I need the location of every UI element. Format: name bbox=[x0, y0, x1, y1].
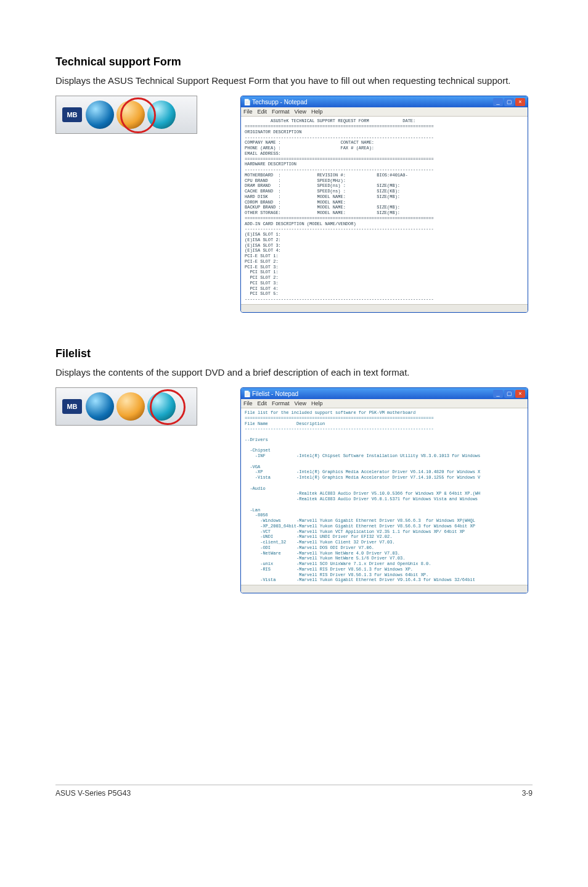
para-filelist: Displays the contents of the support DVD… bbox=[55, 366, 533, 379]
maximize-button[interactable]: ▢ bbox=[504, 98, 514, 106]
dvd-menu-thumbnail: MB bbox=[55, 387, 197, 426]
dvd-menu-thumbnail: MB bbox=[55, 96, 197, 134]
window-title-text: Filelist - Notepad bbox=[252, 390, 298, 397]
scrollbar[interactable] bbox=[241, 585, 528, 593]
menu-help[interactable]: Help bbox=[311, 400, 323, 406]
close-button[interactable]: × bbox=[515, 98, 525, 106]
notepad-icon: 📄 bbox=[243, 390, 250, 397]
maximize-button[interactable]: ▢ bbox=[504, 390, 514, 398]
menu-file[interactable]: File bbox=[243, 400, 253, 406]
menu-view[interactable]: View bbox=[295, 109, 306, 115]
window-menubar: File Edit Format View Help bbox=[241, 107, 528, 117]
menu-edit[interactable]: Edit bbox=[258, 400, 267, 406]
para-tech-support: Displays the ASUS Technical Support Requ… bbox=[55, 75, 533, 87]
folder-icon bbox=[147, 392, 176, 421]
heading-tech-support: Technical support Form bbox=[55, 56, 533, 68]
form-icon bbox=[116, 392, 145, 421]
menu-file[interactable]: File bbox=[243, 109, 253, 115]
menu-edit[interactable]: Edit bbox=[258, 109, 267, 115]
footer-left: ASUS V-Series P5G43 bbox=[55, 789, 131, 798]
heading-filelist: Filelist bbox=[55, 347, 533, 360]
menu-help[interactable]: Help bbox=[311, 109, 323, 115]
folder-icon bbox=[147, 101, 176, 129]
mb-badge: MB bbox=[62, 107, 82, 122]
disc-icon bbox=[86, 101, 114, 129]
minimize-button[interactable]: _ bbox=[493, 390, 503, 398]
menu-format[interactable]: Format bbox=[272, 400, 290, 406]
close-button[interactable]: × bbox=[515, 390, 525, 398]
window-titlebar: 📄 Techsupp - Notepad _ ▢ × bbox=[241, 96, 528, 107]
mb-badge: MB bbox=[62, 399, 82, 414]
notepad-window-techsupp: 📄 Techsupp - Notepad _ ▢ × File Edit For… bbox=[240, 96, 528, 313]
menu-view[interactable]: View bbox=[295, 400, 306, 406]
footer-right: 3-9 bbox=[522, 789, 533, 798]
notepad-textarea[interactable]: File list for the included support softw… bbox=[241, 408, 528, 585]
menu-format[interactable]: Format bbox=[272, 109, 290, 115]
notepad-window-filelist: 📄 Filelist - Notepad _ ▢ × File Edit For… bbox=[240, 387, 528, 593]
window-title-text: Techsupp - Notepad bbox=[252, 99, 308, 105]
notepad-icon: 📄 bbox=[243, 99, 250, 105]
window-titlebar: 📄 Filelist - Notepad _ ▢ × bbox=[241, 388, 528, 399]
scrollbar[interactable] bbox=[241, 304, 528, 312]
figure-tech-support: MB 📄 Techsupp - Notepad _ ▢ × File bbox=[55, 96, 533, 313]
form-icon bbox=[116, 101, 145, 129]
notepad-textarea[interactable]: ASUSTeK TECHNICAL SUPPORT REQUEST FORM D… bbox=[241, 117, 528, 304]
figure-filelist: MB 📄 Filelist - Notepad _ ▢ × bbox=[55, 387, 533, 593]
disc-icon bbox=[86, 392, 114, 421]
window-menubar: File Edit Format View Help bbox=[241, 399, 528, 408]
page-footer: ASUS V-Series P5G43 3-9 bbox=[55, 785, 533, 798]
minimize-button[interactable]: _ bbox=[493, 98, 503, 106]
